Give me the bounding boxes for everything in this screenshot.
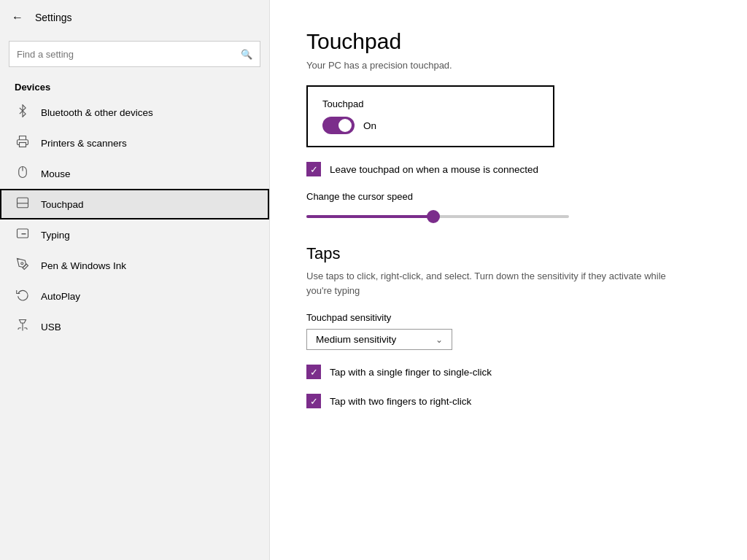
sidebar-item-bluetooth[interactable]: Bluetooth & other devices	[0, 97, 269, 128]
app-title: Settings	[35, 12, 72, 23]
printers-icon	[15, 135, 31, 151]
sidebar: ← Settings 🔍 Devices Bluetooth & other d…	[0, 0, 270, 560]
search-box[interactable]: 🔍	[9, 41, 260, 67]
usb-icon	[15, 319, 31, 335]
taps-section-title: Taps	[306, 244, 711, 263]
svg-rect-3	[18, 198, 28, 208]
two-finger-label: Tap with two fingers to right-click	[330, 396, 471, 407]
bluetooth-label: Bluetooth & other devices	[41, 107, 153, 118]
search-icon: 🔍	[241, 49, 252, 60]
toggle-thumb	[338, 119, 352, 132]
two-finger-checkbox[interactable]: ✓	[306, 394, 321, 408]
touchpad-toggle-box: Touchpad On	[306, 85, 554, 147]
cursor-speed-section: Change the cursor speed	[306, 191, 711, 224]
back-icon[interactable]: ←	[12, 11, 23, 24]
leave-touchpad-row: ✓ Leave touchpad on when a mouse is conn…	[306, 162, 711, 176]
cursor-speed-label: Change the cursor speed	[306, 191, 711, 202]
usb-label: USB	[41, 322, 61, 332]
single-finger-checkbox[interactable]: ✓	[306, 365, 321, 379]
sensitivity-value: Medium sensitivity	[316, 334, 396, 345]
touchpad-icon	[15, 196, 31, 212]
sidebar-item-touchpad[interactable]: Touchpad	[0, 189, 269, 219]
single-finger-tap-row: ✓ Tap with a single finger to single-cli…	[306, 365, 711, 379]
printers-label: Printers & scanners	[41, 138, 127, 149]
slider-thumb[interactable]	[427, 210, 440, 223]
autoplay-label: AutoPlay	[41, 291, 80, 302]
svg-point-12	[21, 262, 23, 265]
touchpad-label: Touchpad	[41, 199, 84, 210]
sidebar-item-mouse[interactable]: Mouse	[0, 158, 269, 189]
two-finger-tap-row: ✓ Tap with two fingers to right-click	[306, 394, 711, 408]
sidebar-header: ← Settings	[0, 0, 269, 35]
svg-rect-0	[20, 143, 26, 147]
pen-label: Pen & Windows Ink	[41, 260, 126, 271]
slider-track-fill	[306, 215, 434, 218]
toggle-label: On	[363, 120, 376, 131]
pen-icon	[15, 257, 31, 273]
checkmark-icon-2: ✓	[310, 368, 318, 377]
leave-touchpad-checkbox[interactable]: ✓	[306, 162, 321, 176]
sensitivity-label: Touchpad sensitivity	[306, 312, 711, 323]
cursor-speed-slider[interactable]	[306, 209, 711, 224]
autoplay-icon	[15, 288, 31, 304]
sidebar-item-typing[interactable]: Typing	[0, 219, 269, 250]
sidebar-item-usb[interactable]: USB	[0, 311, 269, 342]
checkmark-icon: ✓	[310, 165, 318, 174]
single-finger-label: Tap with a single finger to single-click	[330, 367, 492, 378]
touchpad-box-label: Touchpad	[322, 98, 538, 109]
mouse-label: Mouse	[41, 168, 71, 179]
touchpad-toggle[interactable]	[322, 117, 355, 134]
bluetooth-icon	[15, 104, 31, 120]
sidebar-section-label: Devices	[0, 76, 269, 97]
mouse-icon	[15, 166, 31, 182]
page-title: Touchpad	[306, 29, 711, 54]
sidebar-item-printers[interactable]: Printers & scanners	[0, 128, 269, 158]
toggle-row: On	[322, 117, 538, 134]
sidebar-item-autoplay[interactable]: AutoPlay	[0, 281, 269, 311]
sidebar-item-pen[interactable]: Pen & Windows Ink	[0, 250, 269, 281]
typing-icon	[15, 227, 31, 243]
page-subtitle: Your PC has a precision touchpad.	[306, 60, 711, 71]
leave-touchpad-label: Leave touchpad on when a mouse is connec…	[330, 164, 538, 175]
taps-section-desc: Use taps to click, right-click, and sele…	[306, 269, 693, 298]
sensitivity-dropdown[interactable]: Medium sensitivity ⌄	[306, 329, 452, 350]
search-input[interactable]	[17, 49, 241, 60]
typing-label: Typing	[41, 230, 70, 241]
checkmark-icon-3: ✓	[310, 397, 318, 406]
main-content: Touchpad Your PC has a precision touchpa…	[270, 0, 747, 560]
dropdown-arrow-icon: ⌄	[436, 335, 443, 345]
